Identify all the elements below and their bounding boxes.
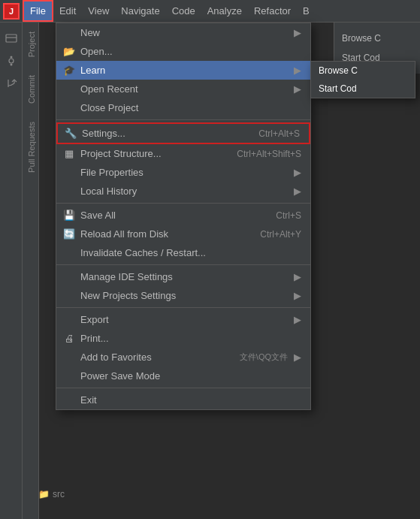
- learn-icon: 🎓: [62, 65, 76, 76]
- menu-file[interactable]: File: [23, 0, 53, 22]
- separator-2: [56, 203, 310, 204]
- menu-item-add-favorites[interactable]: Add to Favorites 文件\QQ文件 ▶: [56, 348, 310, 367]
- menu-build[interactable]: B: [297, 0, 316, 22]
- svg-point-3: [10, 56, 12, 59]
- tab-commit[interactable]: Commit: [23, 66, 38, 113]
- qq-path-text: 文件\QQ文件: [240, 352, 288, 363]
- menu-item-save-all[interactable]: 💾 Save All Ctrl+S: [56, 206, 310, 225]
- svg-point-2: [9, 59, 14, 63]
- menu-item-new-project-settings[interactable]: New Projects Settings ▶: [56, 286, 310, 305]
- sidebar-git-icon[interactable]: [3, 53, 20, 69]
- save-all-icon: 💾: [62, 210, 76, 221]
- submenu-browse[interactable]: Browse C: [311, 62, 415, 80]
- content-area: Project Commit Pull Requests Browse C St…: [23, 23, 420, 519]
- menu-edit[interactable]: Edit: [53, 0, 82, 22]
- src-label: src: [53, 489, 65, 499]
- menu-item-close-project[interactable]: Close Project: [56, 98, 310, 117]
- app-logo: J: [3, 3, 20, 20]
- menu-item-settings[interactable]: 🔧 Settings... Ctrl+Alt+S: [56, 122, 310, 144]
- menu-item-learn[interactable]: 🎓 Learn ▶ Browse C Start Cod: [56, 61, 310, 80]
- menu-item-power-save[interactable]: Power Save Mode: [56, 367, 310, 385]
- menu-item-print[interactable]: 🖨 Print...: [56, 329, 310, 348]
- open-icon: 📂: [62, 46, 76, 57]
- local-history-arrow: ▶: [294, 186, 301, 197]
- submenu-start[interactable]: Start Cod: [311, 80, 415, 98]
- settings-icon: 🔧: [64, 128, 77, 139]
- menu-view[interactable]: View: [82, 0, 115, 22]
- learn-arrow-icon: ▶: [294, 65, 301, 76]
- menu-item-open-recent[interactable]: Open Recent ▶: [56, 80, 310, 98]
- arrow-icon: ▶: [294, 27, 301, 38]
- menu-code[interactable]: Code: [166, 0, 201, 22]
- tab-project[interactable]: Project: [23, 23, 38, 66]
- separator-3: [56, 264, 310, 265]
- menu-analyze[interactable]: Analyze: [201, 0, 248, 22]
- menu-item-open[interactable]: 📂 Open...: [56, 42, 310, 61]
- menu-item-file-properties[interactable]: File Properties ▶: [56, 163, 310, 182]
- new-project-settings-arrow: ▶: [294, 290, 301, 301]
- menu-refactor[interactable]: Refactor: [248, 0, 297, 22]
- sidebar-project-icon[interactable]: [3, 30, 20, 47]
- sidebar-pull-icon[interactable]: [3, 75, 20, 92]
- menu-item-new[interactable]: New ▶: [56, 23, 310, 42]
- tab-pull-requests[interactable]: Pull Requests: [23, 113, 38, 182]
- src-row[interactable]: ▶ 📁 src: [23, 486, 420, 502]
- menu-item-exit[interactable]: Exit: [56, 391, 310, 409]
- main-layout: Project Commit Pull Requests Browse C St…: [0, 23, 420, 519]
- separator-4: [56, 307, 310, 308]
- print-icon: 🖨: [62, 333, 76, 344]
- vertical-tabs: Project Commit Pull Requests: [23, 23, 39, 519]
- left-sidebar: [0, 23, 23, 519]
- separator-1: [56, 119, 310, 120]
- browse-start-item-browse[interactable]: Browse C: [339, 29, 415, 48]
- manage-ide-arrow: ▶: [294, 271, 301, 282]
- svg-point-4: [10, 64, 12, 66]
- file-dropdown-menu: New ▶ 📂 Open... 🎓 Learn ▶ Browse C Start…: [56, 23, 311, 410]
- project-structure-icon: ▦: [62, 148, 76, 159]
- src-folder-icon: 📁: [38, 489, 50, 499]
- menu-item-reload[interactable]: 🔄 Reload All from Disk Ctrl+Alt+Y: [56, 225, 310, 243]
- menu-item-project-structure[interactable]: ▦ Project Structure... Ctrl+Alt+Shift+S: [56, 144, 310, 163]
- open-recent-arrow: ▶: [294, 83, 301, 95]
- menu-item-manage-ide[interactable]: Manage IDE Settings ▶: [56, 267, 310, 286]
- add-favorites-arrow: ▶: [294, 352, 301, 363]
- file-properties-arrow: ▶: [294, 167, 301, 178]
- menu-item-local-history[interactable]: Local History ▶: [56, 182, 310, 201]
- menu-item-export[interactable]: Export ▶: [56, 310, 310, 329]
- menubar: J File Edit View Navigate Code Analyze R…: [0, 0, 420, 23]
- separator-5: [56, 388, 310, 388]
- reload-icon: 🔄: [62, 228, 76, 240]
- export-arrow: ▶: [294, 314, 301, 325]
- menu-navigate[interactable]: Navigate: [115, 0, 165, 22]
- svg-rect-0: [6, 35, 17, 42]
- learn-submenu: Browse C Start Cod: [310, 61, 415, 98]
- menu-item-invalidate[interactable]: Invalidate Caches / Restart...: [56, 243, 310, 262]
